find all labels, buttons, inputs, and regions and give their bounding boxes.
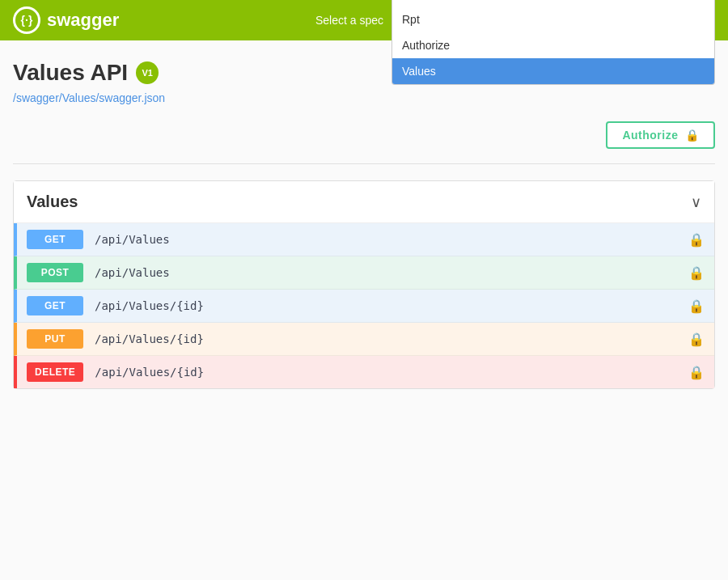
lock-icon: 🔒 — [688, 265, 705, 281]
lock-icon: 🔒 — [688, 232, 705, 248]
version-badge: V1 — [136, 61, 159, 84]
lock-icon: 🔒 — [688, 332, 705, 347]
lock-icon: 🔒 — [688, 365, 705, 380]
endpoint-row[interactable]: POST /api/Values 🔒 — [14, 256, 714, 290]
dropdown-option-v1[interactable]: V1 — [392, 0, 714, 6]
method-badge-put: PUT — [27, 329, 83, 349]
lock-icon: 🔒 — [688, 298, 705, 314]
section-header[interactable]: Values ∨ — [14, 181, 714, 223]
authorize-button-label: Authorize — [622, 129, 678, 142]
dropdown-option-rpt[interactable]: Rpt — [392, 6, 714, 32]
spec-dropdown-wrapper[interactable]: Values ▼ V1 Rpt Authorize Values — [392, 0, 715, 85]
method-badge-get2: GET — [27, 296, 83, 315]
authorize-section: Authorize 🔒 — [13, 105, 715, 157]
logo: {·} swagger — [13, 6, 119, 34]
header-right: Select a spec Values ▼ V1 Rpt Authorize … — [315, 0, 715, 85]
method-badge-delete: DELETE — [27, 362, 83, 382]
api-title: Values API — [13, 60, 128, 86]
authorize-button[interactable]: Authorize 🔒 — [606, 121, 715, 149]
endpoint-path: /api/Values — [95, 266, 677, 279]
method-badge-post: POST — [27, 263, 83, 282]
header: {·} swagger Select a spec Values ▼ V1 Rp… — [0, 0, 728, 40]
divider — [13, 163, 715, 164]
main-content: Values API V1 /swagger/Values/swagger.js… — [0, 40, 728, 421]
logo-text: swagger — [47, 10, 119, 31]
endpoint-row[interactable]: GET /api/Values/{id} 🔒 — [14, 290, 714, 323]
endpoint-path: /api/Values/{id} — [95, 299, 677, 312]
dropdown-option-authorize[interactable]: Authorize — [392, 32, 714, 58]
select-spec-label: Select a spec — [315, 14, 383, 27]
section-title: Values — [27, 193, 78, 211]
values-section: Values ∨ GET /api/Values 🔒 POST /api/Val… — [13, 180, 715, 389]
endpoint-path: /api/Values/{id} — [95, 332, 677, 345]
endpoint-row[interactable]: DELETE /api/Values/{id} 🔒 — [14, 356, 714, 388]
endpoint-path: /api/Values/{id} — [95, 366, 677, 379]
endpoint-row[interactable]: GET /api/Values 🔒 — [14, 223, 714, 256]
api-link[interactable]: /swagger/Values/swagger.json — [13, 91, 165, 104]
dropdown-option-values[interactable]: Values — [392, 58, 714, 84]
method-badge-get: GET — [27, 230, 83, 249]
lock-icon: 🔒 — [685, 129, 700, 142]
swagger-icon-text: {·} — [21, 14, 33, 27]
endpoint-row[interactable]: PUT /api/Values/{id} 🔒 — [14, 323, 714, 356]
endpoint-path: /api/Values — [95, 233, 677, 246]
swagger-icon: {·} — [13, 6, 40, 34]
dropdown-items-list[interactable]: V1 Rpt Authorize Values — [392, 0, 715, 85]
section-collapse-icon: ∨ — [691, 193, 701, 211]
